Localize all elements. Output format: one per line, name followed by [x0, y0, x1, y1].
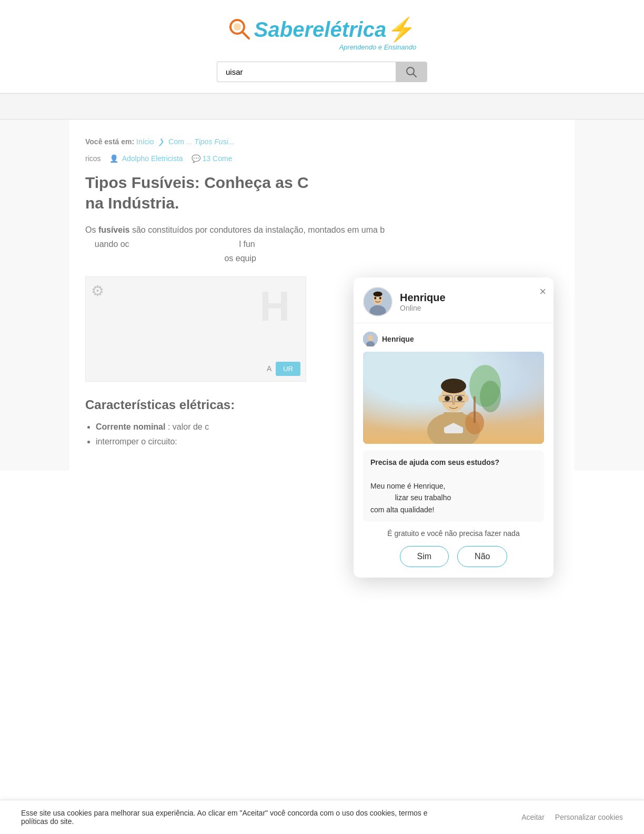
- logo-main: Saber elétrica ⚡: [228, 16, 416, 43]
- svg-point-25: [452, 401, 455, 405]
- chat-text-bubble: Precisa de ajuda com seus estudos? Meu n…: [363, 450, 544, 522]
- chat-sim-button[interactable]: Sim: [400, 546, 449, 567]
- logo-bolt-icon: ⚡: [387, 16, 416, 43]
- logo: Saber elétrica ⚡ Aprendendo e Ensinando: [228, 16, 416, 51]
- svg-point-9: [379, 297, 381, 300]
- svg-point-27: [464, 395, 469, 402]
- svg-point-8: [374, 297, 376, 300]
- svg-point-16: [480, 381, 501, 412]
- message-avatar-svg: [363, 332, 378, 346]
- svg-line-4: [413, 74, 416, 77]
- chat-action-buttons: Sim Não: [363, 546, 544, 567]
- chat-message-avatar: [363, 332, 378, 346]
- search-bar: uisar: [217, 62, 427, 82]
- search-icon: [406, 66, 417, 78]
- chat-message-header: Henrique: [363, 332, 544, 346]
- chat-video-person: [363, 352, 544, 444]
- svg-point-11: [373, 292, 382, 297]
- svg-point-13: [368, 335, 373, 341]
- chat-avatar-img: [364, 288, 391, 315]
- chat-body: Henrique: [354, 323, 554, 567]
- chat-close-button[interactable]: ×: [539, 285, 546, 299]
- logo-search-icon: [228, 17, 252, 42]
- chat-message-sender: Henrique: [382, 335, 414, 343]
- svg-point-20: [441, 379, 466, 393]
- main-wrapper: Você está em: Início ❯ Com ... Tipos Fus…: [0, 120, 644, 471]
- site-header: Saber elétrica ⚡ Aprendendo e Ensinando …: [0, 0, 644, 93]
- cookie-aceitar-button[interactable]: Aceitar: [521, 813, 545, 821]
- chat-video-thumbnail: [363, 352, 544, 444]
- svg-point-26: [438, 395, 444, 402]
- logo-text-eletrica: elétrica: [313, 18, 386, 42]
- chat-header: Henrique Online ×: [354, 277, 554, 323]
- search-input[interactable]: uisar: [217, 62, 396, 82]
- search-button[interactable]: [396, 62, 427, 82]
- avatar-svg: [364, 287, 391, 316]
- logo-wrapper: Saber elétrica ⚡ Aprendendo e Ensinando: [228, 16, 416, 51]
- content-area: Você está em: Início ❯ Com ... Tipos Fus…: [69, 120, 575, 471]
- svg-point-24: [457, 396, 462, 401]
- chat-agent-name: Henrique: [400, 292, 446, 304]
- video-person-svg: [406, 354, 501, 444]
- cookie-personalizar-button[interactable]: Personalizar cookies: [555, 813, 623, 821]
- bubble-heading: Precisa de ajuda com seus estudos?: [370, 458, 499, 466]
- chat-agent-status: Online: [400, 304, 446, 312]
- chat-popup: Henrique Online × Henrique: [354, 277, 554, 578]
- nav-bar: [0, 93, 644, 120]
- cookie-actions: Aceitar Personalizar cookies: [521, 813, 623, 821]
- chat-nao-button[interactable]: Não: [457, 546, 507, 567]
- chat-footer-text: É gratuito e você não precisa fazer nada: [363, 529, 544, 538]
- cookie-text: Esse site usa cookies para melhorar sua …: [21, 809, 442, 826]
- svg-point-2: [234, 23, 241, 31]
- chat-agent-info: Henrique Online: [400, 292, 446, 312]
- logo-text-saber: Saber: [254, 18, 313, 42]
- bubble-body: Meu nome é Henrique, lizar seu trabalhoc…: [370, 482, 451, 514]
- svg-line-1: [243, 32, 249, 38]
- svg-rect-29: [474, 396, 476, 423]
- logo-tagline: Aprendendo e Ensinando: [339, 43, 416, 51]
- svg-point-23: [445, 396, 450, 401]
- cookie-bar: Esse site usa cookies para melhorar sua …: [0, 800, 644, 834]
- chat-agent-avatar: [363, 287, 393, 316]
